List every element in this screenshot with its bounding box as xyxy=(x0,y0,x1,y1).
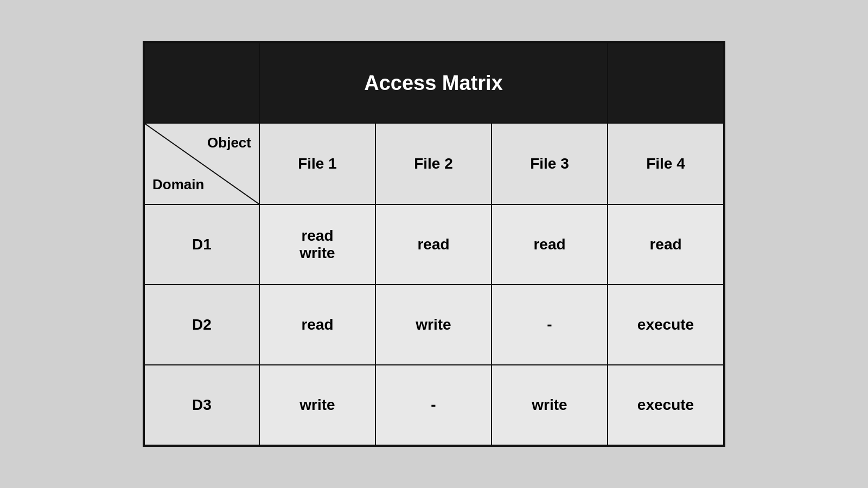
access-matrix-container: Access Matrix Object Domain File 1 File … xyxy=(143,41,725,447)
cell-d2-f4: execute xyxy=(608,285,724,365)
header-empty-right xyxy=(608,43,724,123)
header-empty-left xyxy=(144,43,259,123)
domain-d1: D1 xyxy=(144,204,259,285)
table-row-d3: D3 write - write execute xyxy=(144,365,724,445)
col-header-file4: File 4 xyxy=(608,123,724,204)
col-header-row: Object Domain File 1 File 2 File 3 File … xyxy=(144,123,724,204)
object-label: Object xyxy=(207,134,251,151)
col-header-file3: File 3 xyxy=(492,123,608,204)
domain-d3: D3 xyxy=(144,365,259,445)
cell-d3-f4: execute xyxy=(608,365,724,445)
cell-d3-f1: write xyxy=(259,365,375,445)
cell-d1-f3: read xyxy=(492,204,608,285)
cell-d1-f2: read xyxy=(375,204,492,285)
table-row-d2: D2 read write - execute xyxy=(144,285,724,365)
diagonal-header-cell: Object Domain xyxy=(144,123,259,204)
cell-d1-f1: readwrite xyxy=(259,204,375,285)
cell-d2-f1: read xyxy=(259,285,375,365)
cell-d3-f2: - xyxy=(375,365,492,445)
col-header-file1: File 1 xyxy=(259,123,375,204)
table-title: Access Matrix xyxy=(259,43,608,123)
domain-d2: D2 xyxy=(144,285,259,365)
header-row: Access Matrix xyxy=(144,43,724,123)
cell-d2-f3: - xyxy=(492,285,608,365)
col-header-file2: File 2 xyxy=(375,123,492,204)
cell-d1-f4: read xyxy=(608,204,724,285)
domain-label: Domain xyxy=(152,176,204,193)
table-row-d1: D1 readwrite read read read xyxy=(144,204,724,285)
cell-d3-f3: write xyxy=(492,365,608,445)
cell-d2-f2: write xyxy=(375,285,492,365)
